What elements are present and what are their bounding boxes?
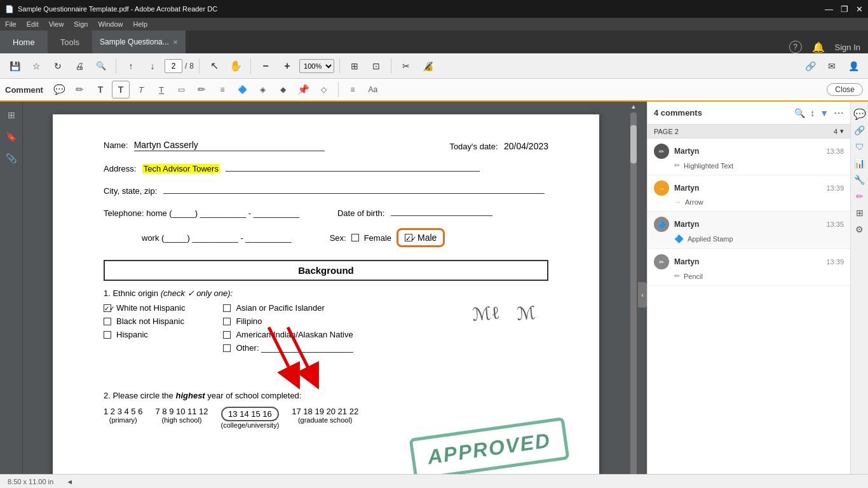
- tab-document[interactable]: Sample Questiona... ✕: [92, 30, 186, 53]
- scroll-track[interactable]: [630, 112, 637, 477]
- right-sidebar-grid-icon[interactable]: ⊞: [853, 206, 867, 220]
- print-button[interactable]: 🖨: [70, 57, 89, 76]
- filter-comments-icon[interactable]: ▼: [820, 108, 829, 118]
- tab-home[interactable]: Home: [0, 30, 48, 53]
- page-count-chevron[interactable]: ▾: [840, 127, 844, 135]
- search-comments-icon[interactable]: 🔍: [794, 108, 805, 118]
- text-tool-4[interactable]: T: [153, 81, 170, 98]
- rotate-button[interactable]: ↻: [48, 57, 67, 76]
- primary-group: 1 2 3 4 5 6 (primary): [104, 407, 142, 424]
- right-sidebar-comment-icon[interactable]: 💬: [853, 107, 867, 121]
- shape-tool[interactable]: ◈: [254, 81, 272, 98]
- city-line: [163, 193, 545, 194]
- stamp-tool[interactable]: 🔷: [234, 81, 252, 98]
- sidebar-attachments-icon[interactable]: 📎: [3, 150, 20, 166]
- search-zoom-button[interactable]: 🔍: [92, 57, 111, 76]
- text-tool-3[interactable]: T: [132, 81, 150, 98]
- american-indian-checkbox: [223, 331, 231, 339]
- share-button[interactable]: 👤: [844, 57, 863, 76]
- menu-edit[interactable]: Edit: [27, 20, 39, 28]
- save-button[interactable]: 💾: [5, 57, 24, 76]
- tab-close-icon[interactable]: ✕: [173, 39, 178, 46]
- right-sidebar-settings-icon[interactable]: ⚙: [853, 222, 867, 236]
- rect-tool[interactable]: ▭: [173, 81, 191, 98]
- more-comments-icon[interactable]: ⋯: [834, 107, 844, 119]
- comment-bar-label: Comment: [5, 85, 43, 95]
- sidebar-pages-icon[interactable]: ⊞: [3, 107, 20, 123]
- menu-sign[interactable]: Sign: [74, 20, 88, 28]
- cursor-tool[interactable]: ↖: [205, 57, 224, 76]
- menu-view[interactable]: View: [49, 20, 64, 28]
- stamp-button[interactable]: 🔏: [418, 57, 437, 76]
- separator-3: [250, 58, 251, 74]
- dob-label: Date of birth:: [337, 208, 384, 218]
- close-button[interactable]: ✕: [856, 4, 863, 14]
- scroll-left-button[interactable]: ◄: [66, 478, 73, 485]
- close-comment-bar-button[interactable]: Close: [827, 83, 863, 96]
- bell-icon[interactable]: 🔔: [812, 41, 825, 53]
- sign-in-button[interactable]: Sign In: [835, 43, 860, 52]
- zoom-in-button[interactable]: +: [278, 57, 297, 76]
- comment-item-3[interactable]: 🔷 Martyn 13:35 🔷 Applied Stamp: [648, 212, 850, 249]
- pin-tool[interactable]: 📌: [295, 81, 313, 98]
- speech-bubble-tool[interactable]: 💬: [51, 81, 69, 98]
- tab-tools[interactable]: Tools: [48, 30, 92, 53]
- more-tools-button[interactable]: ⊡: [367, 57, 386, 76]
- pdf-viewer[interactable]: Name: Martyn Casserly Today's date: 20/0…: [23, 102, 629, 488]
- help-icon[interactable]: ?: [789, 41, 802, 53]
- minimize-button[interactable]: —: [825, 4, 833, 14]
- right-sidebar-pencil2-icon[interactable]: ✏: [853, 189, 867, 203]
- right-sidebar-share-icon[interactable]: 🔗: [853, 123, 867, 137]
- link-button[interactable]: 🔗: [801, 57, 820, 76]
- comment-time-3: 13:35: [826, 220, 844, 228]
- next-page-button[interactable]: ↓: [143, 57, 162, 76]
- page-input[interactable]: [165, 59, 182, 73]
- sort-comments-icon[interactable]: ↕: [810, 108, 815, 118]
- right-sidebar-protect-icon[interactable]: 🛡: [853, 140, 867, 154]
- paint-tool[interactable]: ◇: [315, 81, 333, 98]
- highlight-pencil-tool[interactable]: ✏: [71, 81, 89, 98]
- american-indian-label: American Indian/Alaskan Native: [236, 330, 353, 339]
- menu-help[interactable]: Help: [133, 20, 148, 28]
- viewer-scrollbar[interactable]: ▲ ▼: [629, 102, 638, 488]
- comment-avatar-1: ✏: [654, 144, 669, 159]
- scroll-thumb: [630, 125, 637, 163]
- text-tool-1[interactable]: T: [92, 81, 109, 98]
- right-sidebar-tools-icon[interactable]: 🔧: [853, 173, 867, 187]
- comment-type-label-3: Applied Stamp: [688, 235, 733, 243]
- comments-count: 4 comments: [654, 108, 789, 118]
- hand-tool[interactable]: ✋: [226, 57, 245, 76]
- maximize-button[interactable]: ❐: [841, 4, 848, 14]
- highlight-tool[interactable]: ≡: [214, 81, 231, 98]
- zoom-out-button[interactable]: −: [256, 57, 275, 76]
- college-group: 13 14 15 16 (college/university): [221, 407, 280, 429]
- zoom-dropdown[interactable]: 100% 75% 50% 125% 150%: [299, 59, 334, 73]
- school-header: 2. Please circle the highest year of sch…: [104, 391, 548, 400]
- comment-item-4[interactable]: ✏ Martyn 13:39 ✏ Pencil: [648, 249, 850, 286]
- menu-window[interactable]: Window: [98, 20, 123, 28]
- draw-tool[interactable]: ✏: [193, 81, 211, 98]
- sidebar-bookmarks-icon[interactable]: 🔖: [3, 128, 20, 145]
- menu-file[interactable]: File: [5, 20, 17, 28]
- zoom-selector[interactable]: 100% 75% 50% 125% 150%: [299, 59, 334, 73]
- primary-nums: 1 2 3 4 5 6: [104, 407, 142, 416]
- comments-panel-header: 4 comments 🔍 ↕ ▼ ⋯: [648, 102, 850, 125]
- grad-nums: 17 18 19 20 21 22: [292, 407, 358, 416]
- redact-button[interactable]: ✂: [397, 57, 416, 76]
- font-tool[interactable]: Aa: [364, 81, 382, 98]
- address-line: [226, 171, 480, 172]
- arrow-tool[interactable]: ◆: [275, 81, 292, 98]
- format-tool[interactable]: ≡: [344, 81, 362, 98]
- fit-page-button[interactable]: ⊞: [345, 57, 364, 76]
- scroll-up-button[interactable]: ▲: [630, 103, 637, 110]
- name-field: Name: Martyn Casserly: [104, 140, 325, 151]
- comment-item-1[interactable]: ✏ Martyn 13:38 ✏ Highlighted Text: [648, 139, 850, 175]
- panel-collapse-button[interactable]: ‹: [638, 282, 647, 308]
- bookmark-button[interactable]: ☆: [27, 57, 46, 76]
- text-tool-2[interactable]: T: [112, 81, 130, 98]
- comment-item-2[interactable]: → Martyn 13:39 → Arrow: [648, 175, 850, 212]
- school-bold: highest: [175, 391, 205, 400]
- right-sidebar-export-icon[interactable]: 📊: [853, 156, 867, 170]
- mail-button[interactable]: ✉: [822, 57, 841, 76]
- prev-page-button[interactable]: ↑: [121, 57, 140, 76]
